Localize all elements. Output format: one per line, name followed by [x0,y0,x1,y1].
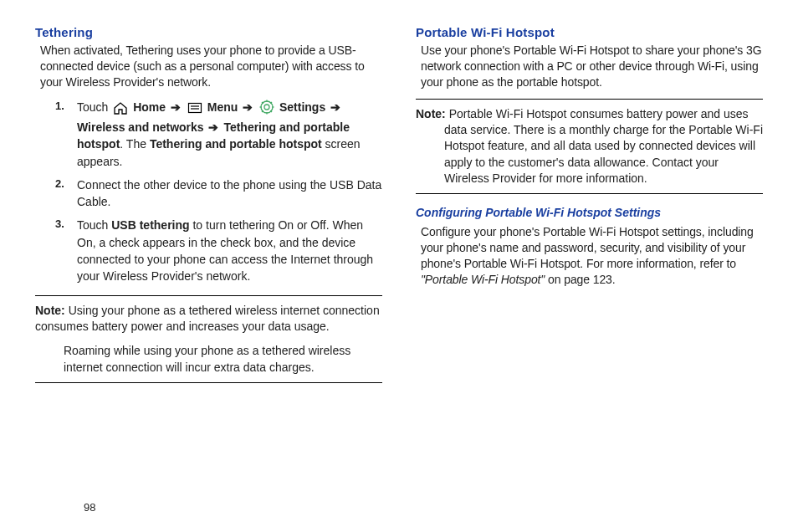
arrow-icon: ➔ [241,100,254,114]
config-b: on page 123. [545,273,615,286]
page-number: 98 [84,501,95,514]
menu-icon [187,101,202,119]
label-home: Home [133,100,166,114]
heading-tethering: Tethering [35,25,382,39]
step3-a: Touch [77,218,111,232]
step-3: Touch USB tethering to turn tethering On… [77,217,382,284]
note1-a: Using your phone as a tethered wireless … [35,304,380,333]
arrow-icon: ➔ [329,100,342,114]
step1-touch: Touch [77,100,108,114]
step3-b: USB tethering [111,218,189,232]
step1-tail-b: Tethering and portable hotspot [150,137,322,151]
arrow-icon: ➔ [169,100,182,114]
config-a: Configure your phone's Portable Wi-Fi Ho… [421,225,754,270]
divider [416,193,763,194]
note-tethering: Note: Using your phone as a tethered wir… [35,303,382,376]
svg-point-4 [264,105,269,110]
note-label: Note: [35,304,65,317]
config-ref: "Portable Wi-Fi Hotspot" [421,273,545,286]
hotspot-intro: Use your phone's Portable Wi-Fi Hotspot … [421,43,763,90]
label-wireless-networks: Wireless and networks [77,120,204,134]
label-settings: Settings [279,100,325,114]
note-label: Note: [416,107,446,120]
step-2: Connect the other device to the phone us… [77,176,382,211]
step-1: Touch Home ➔ Menu ➔ Settings ➔ Wireless … [77,99,382,170]
tethering-intro: When activated, Tethering uses your phon… [40,43,382,90]
divider [35,382,382,383]
settings-icon [259,100,274,119]
step1-tail-a: . The [120,137,150,151]
home-icon [113,101,128,119]
arrow-icon: ➔ [207,120,220,134]
svg-rect-0 [188,103,201,112]
subheading-configuring: Configuring Portable Wi-Fi Hotspot Setti… [416,206,763,219]
label-menu: Menu [207,100,238,114]
note1-b: Roaming while using your phone as a teth… [64,343,382,376]
heading-hotspot: Portable Wi-Fi Hotspot [416,25,763,39]
divider [416,99,763,100]
configuring-text: Configure your phone's Portable Wi-Fi Ho… [421,224,763,288]
divider [35,295,382,296]
note-hotspot-body: Portable Wi-Fi Hotspot consumes battery … [444,107,763,185]
note-hotspot: Note: Portable Wi-Fi Hotspot consumes ba… [416,106,763,187]
